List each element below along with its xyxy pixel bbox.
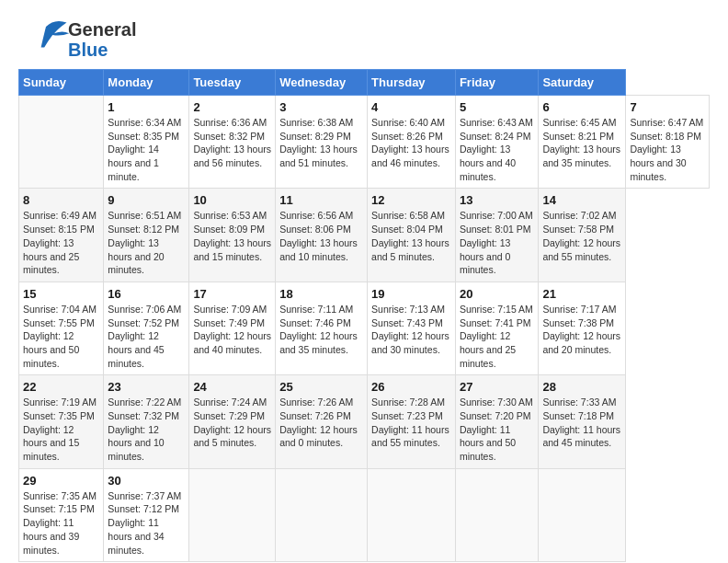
day-number: 6 xyxy=(542,100,621,114)
calendar-cell: 2Sunrise: 6:36 AMSunset: 8:32 PMDaylight… xyxy=(189,96,276,189)
day-number: 13 xyxy=(460,193,535,207)
day-number: 15 xyxy=(23,287,99,301)
calendar-cell: 7Sunrise: 6:47 AMSunset: 8:18 PMDaylight… xyxy=(626,96,710,189)
calendar-cell: 23Sunrise: 7:22 AMSunset: 7:32 PMDayligh… xyxy=(104,375,189,468)
calendar-cell xyxy=(455,468,539,561)
calendar-cell: 26Sunrise: 7:28 AMSunset: 7:23 PMDayligh… xyxy=(368,375,456,468)
day-number: 28 xyxy=(542,380,621,394)
day-info: Sunrise: 7:33 AMSunset: 7:18 PMDaylight:… xyxy=(542,396,621,450)
calendar-header-thursday: Thursday xyxy=(368,70,456,96)
calendar-cell: 29Sunrise: 7:35 AMSunset: 7:15 PMDayligh… xyxy=(19,468,104,561)
calendar-header-saturday: Saturday xyxy=(539,70,626,96)
day-info: Sunrise: 7:19 AMSunset: 7:35 PMDaylight:… xyxy=(23,396,99,463)
day-number: 7 xyxy=(630,100,705,114)
day-info: Sunrise: 6:34 AMSunset: 8:35 PMDaylight:… xyxy=(108,116,185,183)
logo: General Blue xyxy=(18,18,136,60)
day-number: 8 xyxy=(23,193,99,207)
calendar-week-row: 15Sunrise: 7:04 AMSunset: 7:55 PMDayligh… xyxy=(19,282,710,374)
calendar-cell: 3Sunrise: 6:38 AMSunset: 8:29 PMDaylight… xyxy=(276,96,368,189)
day-info: Sunrise: 6:43 AMSunset: 8:24 PMDaylight:… xyxy=(460,116,535,183)
calendar-week-row: 1Sunrise: 6:34 AMSunset: 8:35 PMDaylight… xyxy=(19,96,710,189)
day-info: Sunrise: 7:24 AMSunset: 7:29 PMDaylight:… xyxy=(193,396,271,450)
calendar-week-row: 22Sunrise: 7:19 AMSunset: 7:35 PMDayligh… xyxy=(19,375,710,468)
day-number: 23 xyxy=(108,380,185,394)
day-number: 10 xyxy=(193,193,271,207)
calendar-cell xyxy=(368,468,456,561)
logo-general-text: General xyxy=(68,19,136,40)
calendar-cell: 18Sunrise: 7:11 AMSunset: 7:46 PMDayligh… xyxy=(276,282,368,374)
day-info: Sunrise: 7:26 AMSunset: 7:26 PMDaylight:… xyxy=(279,396,363,450)
calendar-cell: 25Sunrise: 7:26 AMSunset: 7:26 PMDayligh… xyxy=(276,375,368,468)
day-number: 16 xyxy=(108,287,185,301)
day-number: 29 xyxy=(23,474,99,488)
day-number: 3 xyxy=(279,100,363,114)
day-info: Sunrise: 7:06 AMSunset: 7:52 PMDaylight:… xyxy=(108,303,185,370)
day-number: 1 xyxy=(108,100,185,114)
day-info: Sunrise: 6:47 AMSunset: 8:18 PMDaylight:… xyxy=(630,116,705,183)
calendar-week-row: 29Sunrise: 7:35 AMSunset: 7:15 PMDayligh… xyxy=(19,468,710,561)
calendar-cell: 21Sunrise: 7:17 AMSunset: 7:38 PMDayligh… xyxy=(539,282,626,374)
calendar-cell: 22Sunrise: 7:19 AMSunset: 7:35 PMDayligh… xyxy=(19,375,104,468)
day-number: 18 xyxy=(279,287,363,301)
day-info: Sunrise: 7:28 AMSunset: 7:23 PMDaylight:… xyxy=(371,396,451,450)
calendar-header-monday: Monday xyxy=(104,70,189,96)
calendar-cell: 8Sunrise: 6:49 AMSunset: 8:15 PMDaylight… xyxy=(19,189,104,282)
calendar-cell: 6Sunrise: 6:45 AMSunset: 8:21 PMDaylight… xyxy=(539,96,626,189)
day-number: 9 xyxy=(108,193,185,207)
day-info: Sunrise: 7:22 AMSunset: 7:32 PMDaylight:… xyxy=(108,396,185,463)
day-number: 17 xyxy=(193,287,271,301)
calendar-cell: 10Sunrise: 6:53 AMSunset: 8:09 PMDayligh… xyxy=(189,189,276,282)
day-info: Sunrise: 7:09 AMSunset: 7:49 PMDaylight:… xyxy=(193,303,271,357)
logo-bird-icon xyxy=(18,18,74,60)
day-info: Sunrise: 6:49 AMSunset: 8:15 PMDaylight:… xyxy=(23,209,99,276)
logo: General Blue xyxy=(18,18,136,60)
calendar-cell: 16Sunrise: 7:06 AMSunset: 7:52 PMDayligh… xyxy=(104,282,189,374)
day-info: Sunrise: 7:02 AMSunset: 7:58 PMDaylight:… xyxy=(542,209,621,263)
calendar-cell xyxy=(539,468,626,561)
day-info: Sunrise: 6:45 AMSunset: 8:21 PMDaylight:… xyxy=(542,116,621,170)
calendar-cell: 20Sunrise: 7:15 AMSunset: 7:41 PMDayligh… xyxy=(455,282,539,374)
page-header: General Blue xyxy=(18,18,710,60)
calendar-cell xyxy=(276,468,368,561)
calendar-cell: 9Sunrise: 6:51 AMSunset: 8:12 PMDaylight… xyxy=(104,189,189,282)
calendar-cell: 15Sunrise: 7:04 AMSunset: 7:55 PMDayligh… xyxy=(19,282,104,374)
day-number: 14 xyxy=(542,193,621,207)
day-info: Sunrise: 6:51 AMSunset: 8:12 PMDaylight:… xyxy=(108,209,185,276)
calendar-cell: 5Sunrise: 6:43 AMSunset: 8:24 PMDaylight… xyxy=(455,96,539,189)
day-info: Sunrise: 7:30 AMSunset: 7:20 PMDaylight:… xyxy=(460,396,535,463)
day-info: Sunrise: 6:40 AMSunset: 8:26 PMDaylight:… xyxy=(371,116,451,170)
calendar-header-row: SundayMondayTuesdayWednesdayThursdayFrid… xyxy=(19,70,710,96)
day-number: 24 xyxy=(193,380,271,394)
calendar-table: SundayMondayTuesdayWednesdayThursdayFrid… xyxy=(18,69,710,562)
calendar-header-sunday: Sunday xyxy=(19,70,104,96)
day-number: 11 xyxy=(279,193,363,207)
calendar-cell: 27Sunrise: 7:30 AMSunset: 7:20 PMDayligh… xyxy=(455,375,539,468)
calendar-cell xyxy=(189,468,276,561)
day-number: 27 xyxy=(460,380,535,394)
day-number: 25 xyxy=(279,380,363,394)
day-number: 22 xyxy=(23,380,99,394)
calendar-cell: 11Sunrise: 6:56 AMSunset: 8:06 PMDayligh… xyxy=(276,189,368,282)
calendar-cell: 28Sunrise: 7:33 AMSunset: 7:18 PMDayligh… xyxy=(539,375,626,468)
day-info: Sunrise: 6:56 AMSunset: 8:06 PMDaylight:… xyxy=(279,209,363,263)
day-number: 20 xyxy=(460,287,535,301)
day-number: 26 xyxy=(371,380,451,394)
calendar-cell: 1Sunrise: 6:34 AMSunset: 8:35 PMDaylight… xyxy=(104,96,189,189)
calendar-header-tuesday: Tuesday xyxy=(189,70,276,96)
calendar-cell: 4Sunrise: 6:40 AMSunset: 8:26 PMDaylight… xyxy=(368,96,456,189)
day-info: Sunrise: 6:36 AMSunset: 8:32 PMDaylight:… xyxy=(193,116,271,170)
day-info: Sunrise: 7:35 AMSunset: 7:15 PMDaylight:… xyxy=(23,489,99,557)
logo-blue-text: Blue xyxy=(68,40,136,60)
day-info: Sunrise: 7:11 AMSunset: 7:46 PMDaylight:… xyxy=(279,303,363,357)
day-number: 2 xyxy=(193,100,271,114)
day-info: Sunrise: 6:38 AMSunset: 8:29 PMDaylight:… xyxy=(279,116,363,170)
calendar-cell: 12Sunrise: 6:58 AMSunset: 8:04 PMDayligh… xyxy=(368,189,456,282)
day-info: Sunrise: 6:58 AMSunset: 8:04 PMDaylight:… xyxy=(371,209,451,263)
day-number: 12 xyxy=(371,193,451,207)
day-number: 30 xyxy=(108,474,185,488)
day-info: Sunrise: 6:53 AMSunset: 8:09 PMDaylight:… xyxy=(193,209,271,263)
day-number: 4 xyxy=(371,100,451,114)
day-info: Sunrise: 7:04 AMSunset: 7:55 PMDaylight:… xyxy=(23,303,99,370)
calendar-cell: 30Sunrise: 7:37 AMSunset: 7:12 PMDayligh… xyxy=(104,468,189,561)
day-info: Sunrise: 7:15 AMSunset: 7:41 PMDaylight:… xyxy=(460,303,535,370)
